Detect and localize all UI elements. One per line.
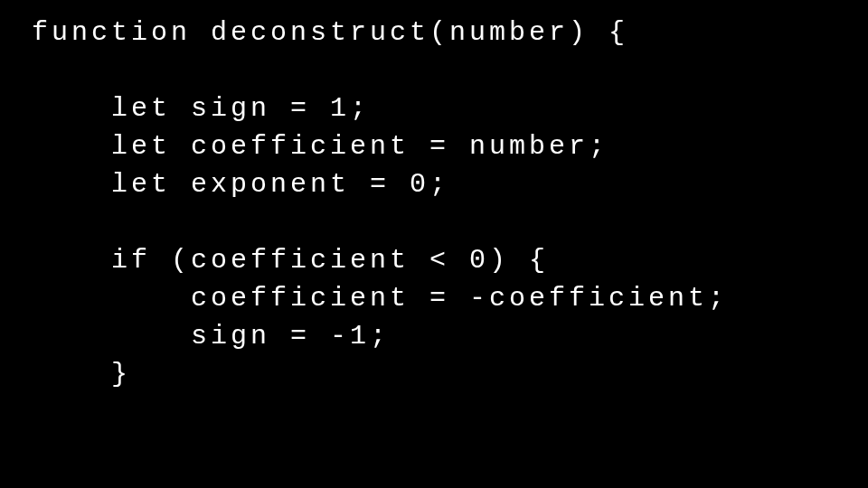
code-line-5: if (coefficient < 0) { [32,241,868,279]
code-line-4: let exponent = 0; [32,165,868,203]
code-block: function deconstruct(number) { let sign … [32,14,868,393]
code-line-3: let coefficient = number; [32,127,868,165]
code-line-1: function deconstruct(number) { [32,14,868,52]
code-line-6: coefficient = -coefficient; [32,279,868,317]
blank-line-1 [32,52,868,89]
code-line-7: sign = -1; [32,317,868,355]
blank-line-2 [32,203,868,241]
code-line-8: } [32,355,868,393]
code-line-2: let sign = 1; [32,89,868,127]
